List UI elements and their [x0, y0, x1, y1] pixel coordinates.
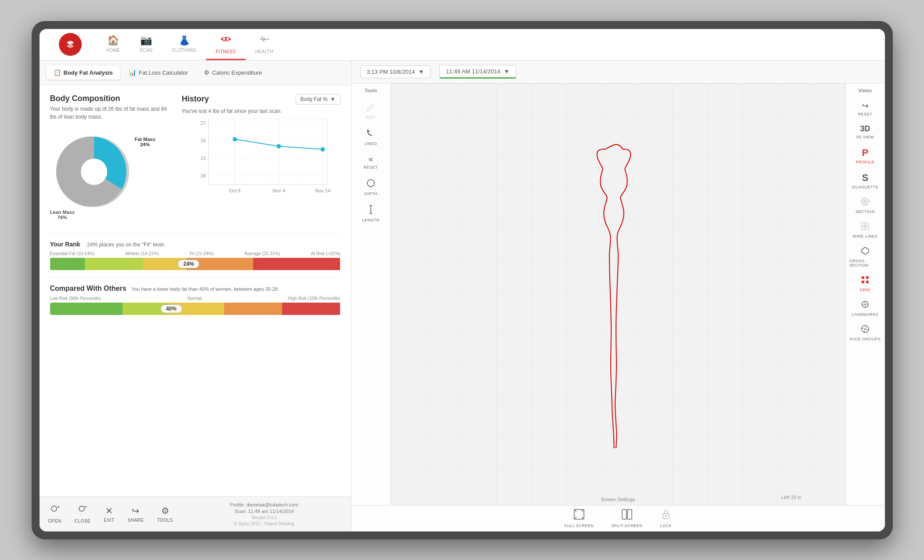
view-item-silhouette[interactable]: S SILHOUETTE — [848, 169, 883, 193]
bar-seg-athletic — [85, 258, 143, 270]
svg-text:Nov 14: Nov 14 — [315, 188, 330, 193]
svg-rect-42 — [866, 227, 869, 230]
face-groups-icon — [861, 325, 870, 336]
bar-seg-atrisk — [253, 258, 340, 270]
view-item-3d[interactable]: 3D 3D VIEW — [848, 121, 883, 143]
nav-item-home[interactable]: 🏠 HOME — [97, 29, 130, 60]
setting-lock[interactable]: LOCK — [660, 509, 672, 528]
3d-view-label: 3D VIEW — [856, 135, 874, 139]
profile-email: danielaa@tukatech.com — [246, 502, 298, 507]
reset-view-label: RESET — [858, 112, 873, 116]
tool-girth[interactable]: GIRTH — [353, 175, 388, 199]
landmarks-view-icon — [861, 300, 870, 311]
compared-section: Compared With Others You have a lower bo… — [50, 277, 341, 315]
setting-split-screen[interactable]: SPLIT-SCREEN — [611, 509, 642, 528]
setting-full-screen[interactable]: FULL SCREEN — [564, 509, 594, 528]
screen-settings-label: Screen Settings — [601, 497, 635, 502]
body-fat-tab-label: Body Fat Analysis — [64, 69, 113, 76]
view-item-cross[interactable]: CROSS-SECTION — [848, 243, 883, 271]
history-dropdown[interactable]: Body Fat % ▼ — [296, 94, 341, 105]
svg-rect-44 — [862, 276, 864, 279]
device-frame: 🏠 HOME 📷 SCAN 👗 CLOTHING — [32, 21, 893, 539]
date-selector-2[interactable]: 11:49 AM 11/14/2014 ▼ — [439, 65, 516, 79]
svg-text:Nov 4: Nov 4 — [272, 188, 285, 193]
exit-icon: ✕ — [105, 506, 113, 516]
left-panel: 📋 Body Fat Analysis 📊 Fat Loss Calculato… — [40, 61, 351, 531]
svg-point-32 — [367, 180, 374, 187]
view-item-wire[interactable]: WIRE LINES — [848, 218, 883, 242]
action-close[interactable]: CLOSE — [75, 504, 91, 524]
svg-text:21: 21 — [200, 155, 206, 161]
view-item-profile[interactable]: P PROFILE — [848, 144, 883, 168]
copyright-info: © Styku 2015 - Patent Pending — [234, 521, 294, 526]
share-label: SHARE — [127, 518, 144, 523]
scan-row: Scan: 11:49 am 11/14/2014 — [234, 509, 294, 514]
tools-label: TOOLS — [157, 518, 173, 523]
compared-seg-2 — [123, 303, 166, 315]
svg-rect-45 — [866, 276, 869, 279]
svg-point-21 — [232, 137, 237, 141]
svg-text:18: 18 — [200, 173, 206, 178]
svg-rect-53 — [622, 509, 627, 519]
action-share[interactable]: ↪ SHARE — [127, 506, 144, 523]
nav-label-scan: SCAN — [140, 48, 153, 53]
split-screen-icon — [621, 509, 633, 522]
view-item-reset[interactable]: ↪ RESET — [848, 98, 883, 120]
tool-reset[interactable]: « RESET — [353, 151, 388, 173]
open-icon — [50, 504, 60, 517]
svg-point-22 — [276, 144, 281, 148]
nav-item-fitness[interactable]: FITNESS — [206, 29, 246, 60]
bar-seg-essential — [50, 258, 85, 270]
open-label: OPEN — [48, 519, 62, 524]
grid-view-icon — [861, 275, 870, 286]
compared-seg-4 — [224, 303, 282, 315]
view-item-face-groups[interactable]: FACE GROUPS — [848, 321, 883, 345]
nav-item-scan[interactable]: 📷 SCAN — [130, 29, 163, 60]
profile-info: Profile: danielaa@tukatech.com Scan: 11:… — [186, 502, 342, 526]
nav-item-health[interactable]: HEALTH — [246, 29, 283, 60]
body-silhouette — [574, 141, 662, 448]
nav-label-fitness: FITNESS — [216, 49, 236, 54]
date-selectors: 3:13 PM 10/8/2014 ▼ 11:49 AM 11/14/2014 … — [351, 61, 885, 83]
action-open[interactable]: OPEN — [48, 504, 62, 524]
view-item-grid[interactable]: GRID — [848, 272, 883, 296]
grid-background: Left 10 in — [391, 83, 845, 505]
svg-text:24: 24 — [200, 138, 206, 143]
sub-tab-fat-loss[interactable]: 📊 Fat Loss Calculator — [122, 65, 195, 79]
close-label: CLOSE — [75, 519, 91, 524]
nav-item-clothing[interactable]: 👗 CLOTHING — [162, 29, 206, 60]
views-label: Views — [859, 88, 872, 93]
body-composition-section: Body Composition Your body is made up of… — [50, 94, 173, 224]
tool-undo[interactable]: UNDO — [353, 125, 388, 149]
exit-label: EXIT — [104, 518, 114, 523]
profile-row: Profile: danielaa@tukatech.com — [230, 502, 298, 507]
landmarks-view-label: LANDMARKS — [852, 312, 879, 317]
history-chart: 27 24 21 18 — [182, 119, 341, 198]
view-item-section[interactable]: SECTION — [848, 194, 883, 217]
action-tools[interactable]: ⚙ TOOLS — [157, 506, 173, 523]
svg-point-56 — [665, 515, 667, 517]
date-selector-1[interactable]: 3:13 PM 10/8/2014 ▼ — [360, 65, 431, 78]
undo-icon — [366, 128, 376, 140]
fat-loss-tab-label: Fat Loss Calculator — [139, 69, 188, 76]
compared-title: Compared With Others — [50, 285, 127, 293]
svg-rect-6 — [225, 38, 227, 40]
compared-seg-low — [50, 303, 123, 315]
tool-length[interactable]: LENGTH — [353, 201, 388, 226]
silhouette-view-label: SILHOUETTE — [852, 185, 879, 189]
sub-tab-caloric[interactable]: ⚙ Caloric Expenditure — [197, 65, 269, 79]
date-2-label: 11:49 AM 11/14/2014 — [446, 68, 500, 75]
view-item-landmarks[interactable]: LANDMARKS — [848, 296, 883, 320]
svg-point-38 — [863, 199, 867, 204]
svg-text:Oct 8: Oct 8 — [229, 188, 240, 193]
sub-tab-body-fat[interactable]: 📋 Body Fat Analysis — [47, 65, 120, 79]
svg-rect-39 — [862, 223, 865, 226]
center-panel: 3:13 PM 10/8/2014 ▼ 11:49 AM 11/14/2014 … — [351, 61, 885, 531]
version-info: Version 3.4.2 — [251, 515, 277, 520]
svg-rect-41 — [862, 227, 865, 230]
date-2-arrow: ▼ — [504, 68, 510, 75]
action-exit[interactable]: ✕ EXIT — [104, 506, 114, 523]
view-3d: Tools EDIT — [351, 83, 885, 505]
svg-rect-40 — [866, 223, 869, 226]
rank-marker-pill: 24% — [178, 260, 199, 268]
